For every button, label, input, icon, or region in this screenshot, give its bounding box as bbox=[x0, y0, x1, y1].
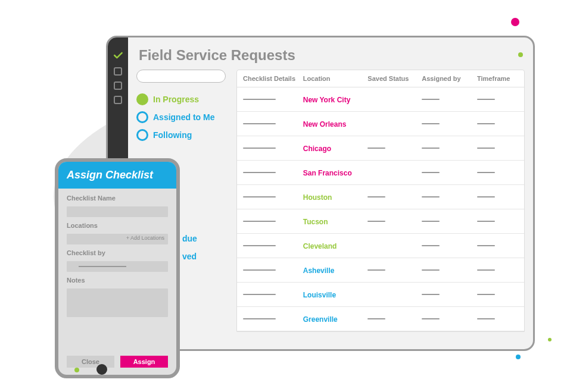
table-row[interactable]: Greenville bbox=[237, 307, 524, 331]
placeholder-dash bbox=[477, 123, 495, 124]
search-input[interactable] bbox=[136, 70, 226, 83]
placeholder-dash bbox=[243, 269, 276, 271]
placeholder-dash bbox=[477, 294, 495, 295]
placeholder-dash bbox=[243, 221, 276, 222]
table-row[interactable]: San Francisco bbox=[237, 161, 524, 185]
placeholder-dash bbox=[422, 294, 440, 295]
table-row[interactable]: Cleveland bbox=[237, 234, 524, 258]
placeholder-dash bbox=[477, 148, 495, 149]
location-cell: Houston bbox=[303, 193, 332, 202]
filter-in-progress[interactable]: In Progress bbox=[136, 93, 226, 105]
label-notes: Notes bbox=[67, 277, 168, 284]
input-notes[interactable] bbox=[67, 288, 168, 317]
location-cell: Greenville bbox=[303, 315, 338, 324]
placeholder-dash bbox=[367, 221, 385, 222]
placeholder-dash bbox=[477, 172, 495, 173]
placeholder-dash bbox=[477, 196, 495, 197]
table-row[interactable]: Louisville bbox=[237, 283, 524, 307]
table-row[interactable]: Houston bbox=[237, 185, 524, 209]
location-cell: Tucson bbox=[303, 218, 328, 226]
location-cell: San Francisco bbox=[303, 169, 352, 177]
decorative-dot bbox=[511, 18, 519, 26]
status-ring-icon bbox=[136, 111, 148, 123]
placeholder-dash bbox=[243, 148, 276, 149]
placeholder-dash bbox=[477, 99, 495, 100]
placeholder-dash bbox=[367, 196, 385, 197]
placeholder-dash bbox=[422, 221, 440, 222]
placeholder-dash bbox=[477, 221, 495, 222]
placeholder-dash bbox=[367, 318, 385, 319]
placeholder-dash bbox=[243, 318, 276, 319]
status-ring-icon bbox=[136, 129, 148, 141]
decorative-dot bbox=[518, 52, 523, 57]
label-locations: Locations bbox=[67, 222, 168, 229]
decorative-dot bbox=[96, 364, 107, 375]
placeholder-dash bbox=[422, 172, 440, 173]
placeholder-dash bbox=[79, 266, 126, 267]
location-cell: New York City bbox=[303, 96, 351, 104]
input-locations[interactable]: + Add Locations bbox=[67, 234, 168, 244]
add-locations-link[interactable]: + Add Locations bbox=[126, 235, 164, 241]
assign-button[interactable]: Assign bbox=[120, 356, 168, 368]
table-row[interactable]: Chicago bbox=[237, 136, 524, 161]
window-title: Field Service Requests bbox=[128, 37, 533, 70]
decorative-dot bbox=[548, 338, 552, 341]
col-checklist-details: Checklist Details bbox=[237, 75, 303, 82]
placeholder-dash bbox=[477, 245, 495, 246]
placeholder-dash bbox=[243, 123, 276, 124]
placeholder-dash bbox=[422, 123, 440, 124]
sidebar-box-1[interactable] bbox=[114, 67, 122, 76]
filter-following[interactable]: Following bbox=[136, 129, 226, 141]
sidebar-box-3[interactable] bbox=[114, 96, 122, 104]
phone-title: Assign Checklist bbox=[58, 162, 176, 189]
placeholder-dash bbox=[477, 269, 495, 271]
col-assigned-by: Assigned by bbox=[422, 75, 477, 82]
decorative-dot bbox=[74, 368, 79, 372]
input-checklist-by[interactable] bbox=[67, 261, 168, 272]
sidebar-box-2[interactable] bbox=[114, 81, 122, 90]
table-row[interactable]: Asheville bbox=[237, 258, 524, 283]
location-cell: Cleveland bbox=[303, 242, 337, 250]
partial-filter-label: ved bbox=[182, 252, 197, 261]
placeholder-dash bbox=[422, 99, 440, 100]
placeholder-dash bbox=[422, 245, 440, 246]
table-row[interactable]: Tucson bbox=[237, 209, 524, 234]
input-checklist-name[interactable] bbox=[67, 206, 168, 217]
placeholder-dash bbox=[367, 148, 385, 149]
placeholder-dash bbox=[422, 148, 440, 149]
placeholder-dash bbox=[243, 294, 276, 295]
placeholder-dash bbox=[477, 318, 495, 319]
decorative-dot bbox=[516, 355, 521, 359]
location-cell: Chicago bbox=[303, 145, 331, 153]
placeholder-dash bbox=[422, 318, 440, 319]
col-saved-status: Saved Status bbox=[367, 75, 422, 82]
filter-label: In Progress bbox=[153, 95, 199, 104]
table-row[interactable]: New Orleans bbox=[237, 112, 524, 136]
placeholder-dash bbox=[422, 196, 440, 197]
table-row[interactable]: New York City bbox=[237, 87, 524, 112]
placeholder-dash bbox=[422, 269, 440, 271]
placeholder-dash bbox=[243, 99, 276, 100]
location-cell: Louisville bbox=[303, 291, 336, 299]
filter-label: Assigned to Me bbox=[153, 112, 214, 122]
placeholder-dash bbox=[367, 269, 385, 271]
partial-filter-label: due bbox=[182, 234, 197, 243]
check-icon bbox=[112, 49, 124, 61]
label-checklist-name: Checklist Name bbox=[67, 195, 168, 202]
placeholder-dash bbox=[243, 196, 276, 197]
filter-label: Following bbox=[153, 130, 192, 140]
placeholder-dash bbox=[243, 172, 276, 173]
phone-mockup: Assign Checklist Checklist Name Location… bbox=[55, 158, 180, 378]
placeholder-dash bbox=[243, 245, 276, 246]
col-location: Location bbox=[303, 75, 368, 82]
requests-table: Checklist Details Location Saved Status … bbox=[236, 70, 525, 332]
status-dot-icon bbox=[136, 93, 148, 105]
table-header: Checklist Details Location Saved Status … bbox=[237, 70, 524, 87]
close-button[interactable]: Close bbox=[67, 356, 114, 368]
label-checklist-by: Checklist by bbox=[67, 249, 168, 256]
filter-assigned-to-me[interactable]: Assigned to Me bbox=[136, 111, 226, 123]
location-cell: Asheville bbox=[303, 266, 335, 275]
location-cell: New Orleans bbox=[303, 120, 347, 128]
col-timeframe: Timeframe bbox=[477, 75, 524, 82]
